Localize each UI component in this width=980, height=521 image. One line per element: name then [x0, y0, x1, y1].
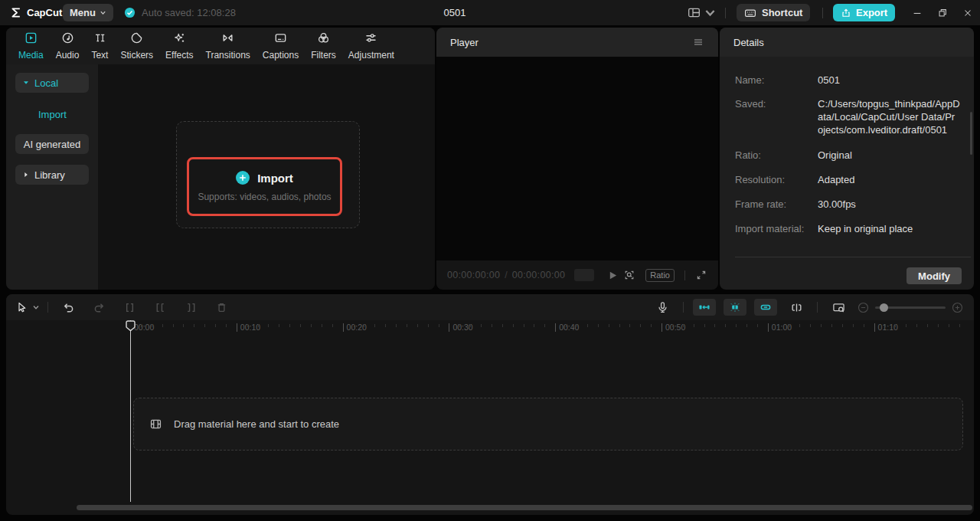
- details-row-saved: Saved:C:/Users/topgus_thinkpad/AppData/L…: [735, 97, 960, 136]
- import-dropzone[interactable]: Import Supports: videos, audios, photos: [176, 121, 360, 228]
- layout-switch-button[interactable]: [688, 0, 717, 25]
- ruler-minor-tick: [374, 324, 375, 327]
- audio-icon: [61, 31, 74, 48]
- tab-media[interactable]: Media: [12, 28, 50, 64]
- trim-right-button[interactable]: [175, 294, 206, 320]
- ruler-minor-tick: [725, 324, 726, 327]
- ruler-minor-tick: [364, 324, 364, 327]
- tab-audio[interactable]: Audio: [50, 28, 86, 64]
- play-button[interactable]: [608, 270, 618, 280]
- sidebar-item-label: AI generated: [24, 139, 80, 150]
- export-button[interactable]: Export: [833, 4, 895, 21]
- ruler-minor-tick: [215, 324, 216, 327]
- tab-filters[interactable]: Filters: [305, 28, 342, 64]
- render-preview-button[interactable]: [827, 294, 850, 320]
- cursor-tool-button[interactable]: [6, 301, 40, 313]
- microphone-icon: [656, 301, 669, 314]
- import-highlight-box[interactable]: Import Supports: videos, audios, photos: [187, 157, 342, 216]
- tab-effects[interactable]: Effects: [159, 28, 199, 64]
- details-label: Frame rate:: [735, 198, 818, 211]
- trim-right-icon: [185, 301, 198, 314]
- ruler-minor-tick: [279, 324, 279, 327]
- zoom-in-icon[interactable]: [952, 302, 963, 313]
- ratio-button[interactable]: Ratio: [645, 269, 675, 282]
- tab-transitions[interactable]: Transitions: [200, 28, 256, 64]
- fullscreen-icon[interactable]: [695, 269, 707, 281]
- transitions-icon: [221, 31, 234, 48]
- ruler-minor-tick: [577, 324, 577, 327]
- mainline-magnet-toggle[interactable]: [693, 299, 716, 316]
- details-label: Name:: [735, 74, 818, 87]
- details-label: Import material:: [735, 222, 818, 235]
- details-row-import-material: Import material:Keep in original place: [735, 222, 960, 235]
- sidebar-item-import[interactable]: Import: [15, 106, 89, 122]
- tab-label: Transitions: [206, 50, 250, 61]
- details-row-frame-rate: Frame rate:30.00fps: [735, 198, 960, 211]
- restore-button[interactable]: [930, 0, 955, 25]
- ruler-minor-tick: [566, 324, 567, 327]
- chevron-down-icon: [704, 6, 717, 19]
- preview-axis-button[interactable]: [785, 294, 808, 320]
- menu-button[interactable]: Menu: [63, 4, 113, 21]
- tab-adjustment[interactable]: Adjustment: [342, 28, 400, 64]
- ruler-major-tick: [555, 323, 556, 332]
- redo-icon: [93, 301, 106, 314]
- details-panel: Details Name:0501Saved:C:/Users/topgus_t…: [720, 28, 974, 290]
- chevron-down-icon[interactable]: [32, 303, 40, 311]
- trim-left-icon: [154, 301, 167, 314]
- tab-text[interactable]: Text: [85, 28, 114, 64]
- captions-icon: [274, 31, 287, 48]
- details-divider: [735, 257, 971, 257]
- filters-icon: [317, 31, 330, 48]
- stickers-icon: [130, 31, 143, 48]
- ruler-minor-tick: [247, 324, 248, 327]
- sidebar-item-ai-generated[interactable]: AI generated: [15, 134, 89, 154]
- player-controls-separator: [684, 270, 685, 280]
- link-clips-toggle[interactable]: [754, 299, 777, 316]
- timeline-panel: 00:0000:1000:2000:3000:4000:5001:0001:10…: [6, 294, 974, 515]
- auto-snap-toggle[interactable]: [724, 299, 746, 316]
- voiceover-button[interactable]: [651, 294, 674, 320]
- timeline-dropzone[interactable]: Drag material here and start to create: [133, 398, 963, 451]
- playhead-marker-icon[interactable]: [126, 320, 136, 332]
- redo-button[interactable]: [83, 294, 114, 320]
- details-value: Original: [818, 149, 960, 162]
- timeline-zoom-control: [858, 302, 963, 313]
- minimize-icon: [912, 8, 923, 18]
- zoom-slider-handle[interactable]: [880, 303, 888, 312]
- ruler-minor-tick: [895, 324, 896, 327]
- sidebar-item-local[interactable]: Local: [15, 73, 89, 93]
- undo-button[interactable]: [53, 294, 83, 320]
- minimize-button[interactable]: [905, 0, 929, 25]
- playhead[interactable]: [130, 320, 131, 502]
- ruler-minor-tick: [864, 324, 864, 327]
- close-button[interactable]: [956, 0, 980, 25]
- sidebar-item-label: Library: [34, 169, 65, 181]
- ruler-minor-tick: [226, 324, 227, 327]
- details-scrollbar[interactable]: [970, 112, 972, 155]
- tab-stickers[interactable]: Stickers: [114, 28, 159, 64]
- trim-left-button[interactable]: [145, 294, 175, 320]
- tab-captions[interactable]: Captions: [256, 28, 305, 64]
- ruler-minor-tick: [821, 324, 822, 327]
- ruler-minor-tick: [598, 324, 599, 327]
- delete-button[interactable]: [206, 294, 237, 320]
- magnet-clip-icon: [698, 301, 710, 313]
- timeline-scrollbar[interactable]: [77, 505, 972, 510]
- ruler-minor-tick: [619, 324, 620, 327]
- timeline-ruler[interactable]: 00:0000:1000:2000:3000:4000:5001:0001:10: [6, 320, 974, 336]
- hamburger-menu-icon[interactable]: [692, 36, 704, 48]
- split-button[interactable]: [114, 294, 145, 320]
- ruler-minor-tick: [746, 324, 747, 327]
- shortcut-button[interactable]: Shortcut: [737, 4, 810, 21]
- ruler-major-tick: [449, 323, 449, 332]
- ruler-major-tick: [874, 323, 875, 332]
- media-panel: MediaAudioTextStickersEffectsTransitions…: [6, 28, 435, 290]
- adjustment-icon: [364, 31, 377, 48]
- zoom-slider-track[interactable]: [875, 306, 946, 309]
- modify-button[interactable]: Modify: [906, 267, 962, 284]
- zoom-out-icon[interactable]: [858, 302, 869, 313]
- ruler-minor-tick: [439, 324, 439, 327]
- frame-zoom-icon[interactable]: [623, 269, 635, 281]
- sidebar-item-library[interactable]: Library: [15, 165, 89, 185]
